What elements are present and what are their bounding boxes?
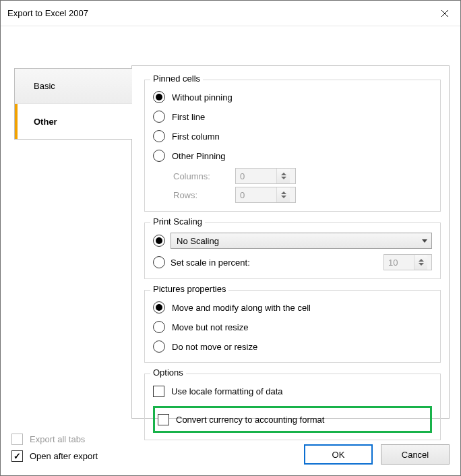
scale-percent-spinner — [383, 254, 432, 270]
dialog-window: Export to Excel 2007 Basic Other Pinned … — [0, 0, 461, 476]
group-title-pinned: Pinned cells — [150, 73, 203, 84]
radio-other-pinning[interactable]: Other Pinning — [153, 146, 432, 165]
tab-basic[interactable]: Basic — [15, 69, 132, 104]
radio-label: Without pinning — [172, 92, 233, 102]
radio-icon — [153, 301, 165, 314]
rows-label: Rows: — [173, 190, 220, 200]
radio-set-scale-row: Set scale in percent: — [153, 254, 432, 270]
checkbox-export-all-tabs: Export all tabs — [11, 431, 98, 447]
radio-icon — [153, 340, 165, 353]
columns-row: Columns: — [153, 168, 432, 184]
radio-icon — [153, 111, 165, 123]
radio-set-scale[interactable] — [153, 256, 165, 268]
radio-label: First line — [172, 112, 205, 122]
close-button[interactable] — [429, 1, 460, 26]
group-title-scaling: Print Scaling — [150, 216, 205, 227]
panel-other: Pinned cells Without pinning First line … — [131, 65, 450, 419]
titlebar: Export to Excel 2007 — [1, 1, 460, 26]
radio-label: Move but not resize — [172, 322, 248, 332]
radio-first-line[interactable]: First line — [153, 107, 432, 126]
radio-icon — [153, 150, 165, 162]
radio-move-not-resize[interactable]: Move but not resize — [153, 318, 432, 336]
group-pictures-properties: Pictures properties Move and modify alon… — [144, 290, 441, 363]
checkbox-label: Open after export — [30, 451, 98, 461]
rows-input — [236, 187, 276, 202]
radio-icon — [153, 130, 165, 142]
spin-icon — [276, 187, 290, 202]
cancel-button[interactable]: Cancel — [381, 444, 450, 465]
checkbox-label: Export all tabs — [30, 434, 85, 444]
columns-input — [236, 169, 276, 183]
bottom-bar: Export all tabs Open after export OK Can… — [11, 430, 450, 465]
checkbox-icon — [11, 450, 23, 462]
spin-icon — [276, 169, 290, 183]
radio-label: Do not move or resize — [172, 342, 257, 352]
group-print-scaling: Print Scaling No Scaling Set scale in pe… — [144, 222, 441, 279]
ok-button[interactable]: OK — [304, 444, 373, 465]
checkbox-convert-currency[interactable]: Convert currency to accounting format — [158, 410, 427, 429]
radio-without-pinning[interactable]: Without pinning — [153, 88, 432, 107]
radio-label: First column — [172, 131, 220, 142]
group-pinned-cells: Pinned cells Without pinning First line … — [144, 80, 441, 212]
combo-value: No Scaling — [177, 236, 219, 246]
rows-row: Rows: — [153, 187, 432, 203]
scaling-combo[interactable]: No Scaling — [171, 233, 432, 249]
dialog-body: Basic Other Pinned cells Without pinning… — [1, 26, 460, 475]
columns-spinner — [235, 168, 296, 184]
radio-move-modify[interactable]: Move and modify along with the cell — [153, 298, 432, 317]
close-icon — [441, 9, 449, 18]
radio-label: Move and modify along with the cell — [172, 303, 311, 313]
radio-no-move[interactable]: Do not move or resize — [153, 337, 432, 356]
tabs-list: Basic Other — [14, 68, 132, 140]
group-title-options: Options — [150, 367, 186, 378]
checkbox-label: Convert currency to accounting format — [176, 415, 324, 425]
radio-label[interactable]: Set scale in percent: — [171, 258, 250, 268]
checkbox-open-after-export[interactable]: Open after export — [11, 448, 98, 464]
radio-icon — [153, 91, 165, 103]
checkbox-icon — [158, 414, 169, 425]
radio-icon — [153, 235, 165, 247]
radio-no-scaling[interactable]: No Scaling — [153, 233, 432, 249]
dialog-buttons: OK Cancel — [304, 444, 450, 465]
scale-percent-input — [384, 255, 414, 270]
checkbox-icon — [153, 386, 164, 397]
rows-spinner — [235, 187, 296, 203]
checkbox-use-locale[interactable]: Use locale formatting of data — [153, 382, 432, 400]
tab-other[interactable]: Other — [15, 104, 132, 139]
radio-icon — [153, 321, 165, 333]
bottom-left: Export all tabs Open after export — [11, 430, 98, 465]
checkbox-icon — [11, 434, 23, 445]
dialog-title: Export to Excel 2007 — [7, 8, 88, 18]
chevron-down-icon — [422, 239, 427, 243]
radio-label: Other Pinning — [172, 151, 226, 161]
group-title-pictures: Pictures properties — [150, 284, 228, 294]
radio-first-column[interactable]: First column — [153, 127, 432, 146]
highlight-convert-currency: Convert currency to accounting format — [153, 406, 432, 433]
spin-icon — [414, 255, 427, 270]
columns-label: Columns: — [173, 171, 220, 181]
checkbox-label: Use locale formatting of data — [171, 386, 282, 396]
